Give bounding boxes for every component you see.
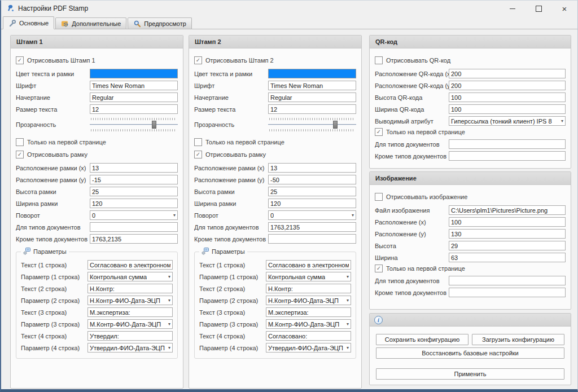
chevron-down-icon: ▾ (171, 213, 176, 218)
stamp1-size-input[interactable] (90, 104, 178, 114)
stamp2-for-types-input[interactable] (268, 222, 356, 232)
title-bar[interactable]: Настройки PDF Stamp × (1, 1, 577, 16)
tab-additional[interactable]: Дополнительные (55, 17, 126, 29)
image-for-types-input[interactable] (449, 276, 566, 285)
stamp1-face-input[interactable] (90, 93, 178, 102)
slider-thumb[interactable] (333, 121, 338, 129)
tab-strip: Основные Дополнительные Предпросмотр (1, 16, 577, 29)
stamp1-opacity-slider[interactable] (90, 117, 178, 132)
stamp1-color-swatch[interactable] (90, 69, 178, 78)
image-first-page-checkbox[interactable]: ✓ Только на первой странице (375, 265, 566, 272)
qr-h-input[interactable] (449, 93, 566, 102)
stamp2-opacity-slider[interactable] (268, 117, 356, 132)
chevron-down-icon: ▾ (349, 213, 354, 218)
info-icon[interactable]: i (374, 316, 383, 324)
stamp1-text3-input[interactable] (87, 307, 173, 317)
tab-preview-label: Предпросмотр (144, 20, 186, 27)
stamp1-text2-label: Текст (2 строка) (21, 285, 87, 292)
qr-except-types-input[interactable] (449, 151, 566, 161)
image-except-types-input[interactable] (449, 288, 566, 297)
stamp2-first-page-checkbox[interactable]: Только на первой странице (194, 138, 356, 146)
stamp2-draw-frame-label: Отрисовывать рамку (205, 151, 266, 158)
qr-first-page-checkbox[interactable]: ✓ Только на первой странице (375, 128, 566, 136)
save-config-button[interactable]: Сохранить конфигурацию (376, 334, 468, 345)
slider-ticks (269, 129, 355, 131)
stamp1-text1-input[interactable] (87, 260, 173, 270)
tab-preview[interactable]: Предпросмотр (128, 17, 192, 29)
stamp2-size-input[interactable] (268, 104, 356, 114)
tab-main[interactable]: Основные (3, 16, 54, 29)
image-h-input[interactable] (449, 241, 566, 250)
stamp1-rotation-select[interactable]: 0 ▾ (90, 210, 178, 220)
apply-button[interactable]: Применить (376, 368, 564, 380)
stamp1-opacity-label: Прозрачность (16, 121, 90, 128)
chevron-down-icon: ▾ (166, 321, 170, 327)
stamp2-draw-frame-checkbox[interactable]: ✓ Отрисовывать рамку (194, 151, 356, 158)
stamp2-text1-input[interactable] (266, 260, 351, 270)
tab-main-label: Основные (19, 20, 49, 27)
image-for-types-label: Для типов документов (375, 278, 449, 284)
stamp2-text4-input[interactable] (266, 331, 351, 341)
stamp2-text4-label: Текст (4 строка) (199, 333, 266, 340)
restore-defaults-button[interactable]: Восстановить базовые настройки (376, 347, 564, 359)
stamp2-param4-label: Параметр (4 строка) (199, 345, 266, 351)
image-file-input[interactable] (449, 205, 566, 215)
stamp1-param4-select[interactable]: Утвердил-ФИО-Дата-ЭЦП ▾ (87, 343, 173, 353)
image-y-input[interactable] (449, 229, 566, 239)
stamp1-first-page-checkbox[interactable]: Только на первой странице (16, 138, 178, 146)
stamp1-frame-w-input[interactable] (90, 199, 178, 208)
stamp1-for-types-input[interactable] (90, 222, 178, 232)
qr-w-input[interactable] (449, 104, 566, 114)
stamp2-face-input[interactable] (268, 93, 356, 102)
stamp2-font-input[interactable] (268, 81, 356, 90)
stamp2-rotation-select[interactable]: 0 ▾ (268, 210, 356, 220)
image-draw-checkbox[interactable]: Отрисовывать изображение (375, 193, 566, 201)
stamp1-draw-frame-label: Отрисовывать рамку (27, 151, 87, 158)
maximize-button[interactable] (526, 1, 551, 16)
stamp2-text3-input[interactable] (266, 307, 351, 317)
stamp1-text4-input[interactable] (87, 331, 173, 341)
stamp2-param2-select[interactable]: Н.Контр-ФИО-Дата-ЭЦП ▾ (266, 296, 351, 305)
stamp2-rotation-label: Поворот (194, 212, 268, 219)
stamp1-frame-h-input[interactable] (90, 187, 178, 196)
stamp1-param2-select[interactable]: Н.Контр-ФИО-Дата-ЭЦП ▾ (87, 296, 173, 305)
minimize-button[interactable] (500, 1, 526, 16)
qr-attr-select[interactable]: Гиперссылка (тонкий клиент) IPS 8 ▾ (449, 116, 566, 126)
stamp1-frame-x-label: Расположение рамки (x) (16, 165, 90, 171)
stamp1-draw-frame-checkbox[interactable]: ✓ Отрисовывать рамку (16, 151, 178, 158)
stamp1-frame-y-input[interactable] (90, 175, 178, 184)
stamp2-color-swatch[interactable] (268, 69, 356, 78)
stamp1-frame-h-label: Высота рамки (16, 188, 90, 195)
stamp2-frame-w-input[interactable] (268, 199, 356, 208)
stamp2-frame-x-input[interactable] (268, 163, 356, 173)
stamp2-draw-checkbox[interactable]: ✓ Отрисовывать Штамп 2 (194, 56, 356, 64)
stamp1-frame-y-label: Расположение рамки (y) (16, 177, 90, 183)
qr-draw-checkbox[interactable]: Отрисовывать QR-код (375, 56, 566, 64)
stamp2-frame-y-input[interactable] (268, 175, 356, 184)
image-x-input[interactable] (449, 217, 566, 227)
stamp1-except-types-input[interactable] (90, 234, 178, 244)
stamp1-draw-checkbox[interactable]: ✓ Отрисовывать Штамп 1 (16, 56, 178, 64)
stamp2-except-types-input[interactable] (268, 234, 356, 244)
stamp2-param1-value: Контрольная сумма (268, 274, 325, 280)
image-w-input[interactable] (449, 253, 566, 262)
stamp1-param3-select[interactable]: М.Контр-ФИО-Дата-ЭЦП ▾ (87, 319, 173, 329)
slider-thumb[interactable] (152, 121, 156, 129)
stamp1-for-types-label: Для типов документов (16, 224, 90, 231)
stamp2-frame-h-input[interactable] (268, 187, 356, 196)
qr-x-input[interactable] (449, 69, 566, 78)
qr-for-types-input[interactable] (449, 139, 566, 149)
stamp2-param3-select[interactable]: М.Контр-ФИО-Дата-ЭЦП ▾ (266, 319, 351, 329)
stamp2-param4-select[interactable]: Утвердил-ФИО-Дата-ЭЦП ▾ (266, 343, 351, 353)
load-config-button[interactable]: Загрузить конфигурацию (472, 334, 564, 345)
qr-x-label: Расположение QR-кода (x) (375, 71, 449, 77)
close-button[interactable]: × (551, 1, 577, 16)
qr-y-input[interactable] (449, 81, 566, 90)
stamp2-param1-select[interactable]: Контрольная сумма ▾ (266, 272, 351, 281)
stamp1-param1-select[interactable]: Контрольная сумма ▾ (87, 272, 173, 281)
stamp1-font-input[interactable] (90, 81, 178, 90)
stamp1-frame-x-input[interactable] (90, 163, 178, 173)
stamp2-text2-input[interactable] (266, 284, 351, 293)
stamp1-text2-input[interactable] (87, 284, 173, 293)
image-first-page-label: Только на первой странице (386, 265, 465, 272)
